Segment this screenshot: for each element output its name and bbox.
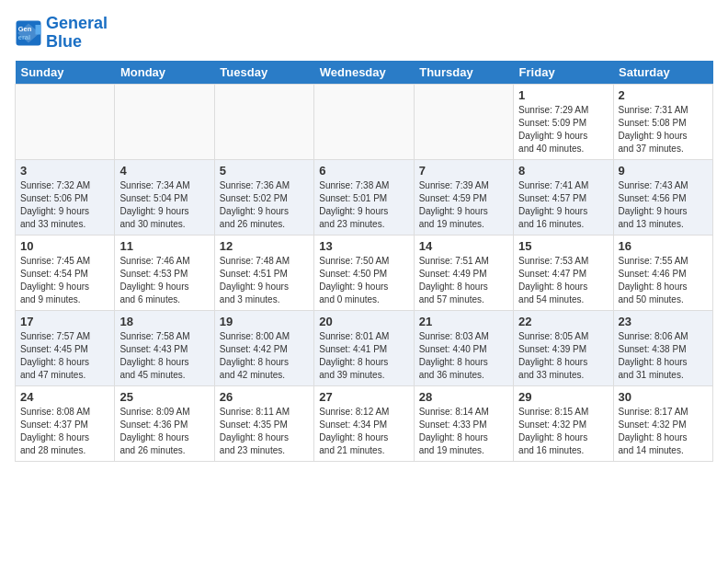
calendar-cell [16, 84, 115, 159]
day-number: 23 [619, 315, 708, 328]
day-number: 10 [20, 239, 109, 253]
calendar-cell: 15Sunrise: 7:53 AM Sunset: 4:47 PM Dayli… [514, 235, 613, 310]
calendar-cell: 17Sunrise: 7:57 AM Sunset: 4:45 PM Dayli… [16, 310, 115, 385]
day-info: Sunrise: 7:41 AM Sunset: 4:57 PM Dayligh… [518, 179, 608, 231]
calendar-cell: 19Sunrise: 8:00 AM Sunset: 4:42 PM Dayli… [214, 310, 313, 385]
day-number: 14 [419, 239, 508, 253]
calendar-cell: 1Sunrise: 7:29 AM Sunset: 5:09 PM Daylig… [514, 84, 613, 159]
day-number: 11 [119, 239, 209, 253]
calendar-cell: 3Sunrise: 7:32 AM Sunset: 5:06 PM Daylig… [16, 159, 115, 235]
calendar-cell: 22Sunrise: 8:05 AM Sunset: 4:39 PM Dayli… [514, 310, 613, 385]
day-number: 27 [319, 390, 408, 404]
calendar-cell: 25Sunrise: 8:09 AM Sunset: 4:36 PM Dayli… [115, 385, 214, 461]
day-info: Sunrise: 7:34 AM Sunset: 5:04 PM Dayligh… [119, 179, 209, 231]
svg-text:eral: eral [18, 33, 30, 41]
day-info: Sunrise: 8:08 AM Sunset: 4:37 PM Dayligh… [20, 406, 109, 457]
day-info: Sunrise: 7:43 AM Sunset: 4:56 PM Dayligh… [619, 179, 708, 231]
calendar-cell: 26Sunrise: 8:11 AM Sunset: 4:35 PM Dayli… [214, 385, 313, 461]
day-number: 5 [220, 164, 309, 178]
day-info: Sunrise: 7:38 AM Sunset: 5:01 PM Dayligh… [319, 179, 408, 231]
day-number: 30 [619, 390, 708, 404]
calendar-cell: 23Sunrise: 8:06 AM Sunset: 4:38 PM Dayli… [613, 310, 712, 385]
calendar-cell: 29Sunrise: 8:15 AM Sunset: 4:32 PM Dayli… [514, 385, 613, 461]
day-info: Sunrise: 7:55 AM Sunset: 4:46 PM Dayligh… [619, 255, 708, 306]
day-info: Sunrise: 7:45 AM Sunset: 4:54 PM Dayligh… [20, 255, 109, 306]
calendar-cell: 14Sunrise: 7:51 AM Sunset: 4:49 PM Dayli… [414, 235, 513, 310]
logo-icon: Gen eral [15, 19, 42, 47]
calendar-cell [314, 84, 414, 159]
header-sunday: Sunday [16, 61, 115, 85]
day-info: Sunrise: 8:06 AM Sunset: 4:38 PM Dayligh… [619, 330, 708, 382]
calendar-cell: 27Sunrise: 8:12 AM Sunset: 4:34 PM Dayli… [314, 385, 414, 461]
calendar-cell: 24Sunrise: 8:08 AM Sunset: 4:37 PM Dayli… [16, 385, 115, 461]
logo: Gen eral General Blue [15, 15, 108, 52]
day-info: Sunrise: 8:17 AM Sunset: 4:32 PM Dayligh… [619, 406, 708, 457]
day-info: Sunrise: 7:58 AM Sunset: 4:43 PM Dayligh… [119, 330, 209, 382]
day-number: 26 [220, 390, 309, 404]
calendar-cell: 12Sunrise: 7:48 AM Sunset: 4:51 PM Dayli… [214, 235, 313, 310]
day-info: Sunrise: 8:09 AM Sunset: 4:36 PM Dayligh… [119, 406, 209, 457]
day-info: Sunrise: 7:29 AM Sunset: 5:09 PM Dayligh… [518, 104, 608, 155]
calendar-cell: 13Sunrise: 7:50 AM Sunset: 4:50 PM Dayli… [314, 235, 414, 310]
day-info: Sunrise: 8:01 AM Sunset: 4:41 PM Dayligh… [319, 330, 408, 382]
calendar-cell: 30Sunrise: 8:17 AM Sunset: 4:32 PM Dayli… [613, 385, 712, 461]
day-info: Sunrise: 7:32 AM Sunset: 5:06 PM Dayligh… [20, 179, 109, 231]
week-row-1: 1Sunrise: 7:29 AM Sunset: 5:09 PM Daylig… [16, 84, 713, 159]
header-thursday: Thursday [414, 61, 513, 85]
calendar-cell: 6Sunrise: 7:38 AM Sunset: 5:01 PM Daylig… [314, 159, 414, 235]
header-wednesday: Wednesday [314, 61, 414, 85]
calendar-cell [115, 84, 214, 159]
header-saturday: Saturday [613, 61, 712, 85]
day-number: 16 [619, 239, 708, 253]
calendar-cell: 21Sunrise: 8:03 AM Sunset: 4:40 PM Dayli… [414, 310, 513, 385]
day-info: Sunrise: 7:39 AM Sunset: 4:59 PM Dayligh… [419, 179, 508, 231]
day-info: Sunrise: 8:03 AM Sunset: 4:40 PM Dayligh… [419, 330, 508, 382]
day-number: 28 [419, 390, 508, 404]
header-tuesday: Tuesday [214, 61, 313, 85]
day-info: Sunrise: 8:15 AM Sunset: 4:32 PM Dayligh… [518, 406, 608, 457]
calendar-header-row: SundayMondayTuesdayWednesdayThursdayFrid… [16, 61, 713, 85]
svg-text:Gen: Gen [18, 25, 32, 33]
day-number: 18 [119, 315, 209, 328]
day-info: Sunrise: 7:46 AM Sunset: 4:53 PM Dayligh… [119, 255, 209, 306]
day-number: 20 [319, 315, 408, 328]
day-info: Sunrise: 8:11 AM Sunset: 4:35 PM Dayligh… [220, 406, 309, 457]
week-row-5: 24Sunrise: 8:08 AM Sunset: 4:37 PM Dayli… [16, 385, 713, 461]
calendar-table: SundayMondayTuesdayWednesdayThursdayFrid… [15, 61, 713, 462]
week-row-4: 17Sunrise: 7:57 AM Sunset: 4:45 PM Dayli… [16, 310, 713, 385]
day-number: 17 [20, 315, 109, 328]
day-info: Sunrise: 7:50 AM Sunset: 4:50 PM Dayligh… [319, 255, 408, 306]
day-number: 1 [518, 88, 608, 102]
calendar-cell: 16Sunrise: 7:55 AM Sunset: 4:46 PM Dayli… [613, 235, 712, 310]
calendar-cell: 18Sunrise: 7:58 AM Sunset: 4:43 PM Dayli… [115, 310, 214, 385]
day-number: 15 [518, 239, 608, 253]
day-info: Sunrise: 7:36 AM Sunset: 5:02 PM Dayligh… [220, 179, 309, 231]
svg-marker-4 [36, 25, 41, 35]
day-number: 21 [419, 315, 508, 328]
day-number: 6 [319, 164, 408, 178]
day-number: 2 [619, 88, 708, 102]
day-number: 22 [518, 315, 608, 328]
day-info: Sunrise: 7:51 AM Sunset: 4:49 PM Dayligh… [419, 255, 508, 306]
day-number: 4 [119, 164, 209, 178]
calendar-cell: 10Sunrise: 7:45 AM Sunset: 4:54 PM Dayli… [16, 235, 115, 310]
day-info: Sunrise: 7:31 AM Sunset: 5:08 PM Dayligh… [619, 104, 708, 155]
calendar-cell: 8Sunrise: 7:41 AM Sunset: 4:57 PM Daylig… [514, 159, 613, 235]
header-monday: Monday [115, 61, 214, 85]
day-number: 8 [518, 164, 608, 178]
day-info: Sunrise: 8:14 AM Sunset: 4:33 PM Dayligh… [419, 406, 508, 457]
day-info: Sunrise: 7:57 AM Sunset: 4:45 PM Dayligh… [20, 330, 109, 382]
calendar-cell: 28Sunrise: 8:14 AM Sunset: 4:33 PM Dayli… [414, 385, 513, 461]
page-header: Gen eral General Blue [15, 15, 713, 52]
logo-text: General Blue [46, 15, 108, 52]
calendar-cell: 4Sunrise: 7:34 AM Sunset: 5:04 PM Daylig… [115, 159, 214, 235]
day-number: 25 [119, 390, 209, 404]
day-info: Sunrise: 7:48 AM Sunset: 4:51 PM Dayligh… [220, 255, 309, 306]
day-number: 29 [518, 390, 608, 404]
day-info: Sunrise: 7:53 AM Sunset: 4:47 PM Dayligh… [518, 255, 608, 306]
day-info: Sunrise: 8:05 AM Sunset: 4:39 PM Dayligh… [518, 330, 608, 382]
calendar-cell: 20Sunrise: 8:01 AM Sunset: 4:41 PM Dayli… [314, 310, 414, 385]
day-number: 13 [319, 239, 408, 253]
calendar-cell [214, 84, 313, 159]
day-number: 3 [20, 164, 109, 178]
